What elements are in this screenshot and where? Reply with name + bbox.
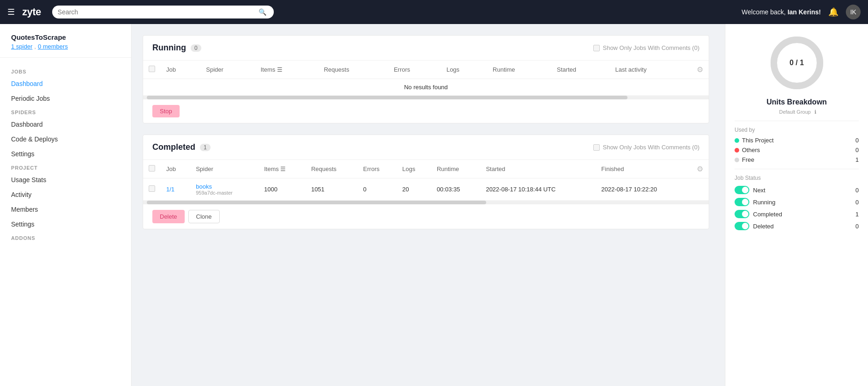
running-col-errors: Errors: [388, 61, 441, 79]
running-col-last-activity: Last activity: [610, 61, 691, 79]
clone-button[interactable]: Clone: [188, 210, 220, 223]
search-icon: 🔍: [259, 8, 266, 16]
completed-comments-toggle[interactable]: Show Only Jobs With Comments (0): [593, 144, 699, 151]
completed-header: Completed 1 Show Only Jobs With Comments…: [143, 135, 709, 160]
sidebar: QuotesToScrape 1 spider , 0 members JOBS…: [0, 24, 132, 386]
layout: QuotesToScrape 1 spider , 0 members JOBS…: [0, 0, 868, 386]
used-by-label-this-project: This Project: [735, 137, 774, 144]
comments-checkbox[interactable]: [593, 45, 600, 51]
running-col-job: Job: [161, 61, 200, 79]
used-by-this-project: This Project 0: [735, 137, 859, 144]
running-comments-label: Show Only Jobs With Comments (0): [603, 44, 699, 51]
used-by-free: Free 1: [735, 156, 859, 163]
running-header: Running 0 Show Only Jobs With Comments (…: [143, 36, 709, 61]
running-title: Running: [152, 43, 186, 53]
completed-title: Completed: [152, 142, 195, 152]
completed-settings-icon[interactable]: ⚙: [697, 165, 703, 173]
running-col-logs: Logs: [441, 61, 487, 79]
spider-link[interactable]: 1 spider: [11, 43, 32, 50]
running-comments-toggle[interactable]: Show Only Jobs With Comments (0): [593, 44, 699, 51]
running-col-requests: Requests: [318, 61, 388, 79]
dot-others: [735, 148, 739, 153]
completed-col-started: Started: [480, 160, 596, 178]
toggle-completed[interactable]: [735, 210, 749, 218]
sidebar-item-activity[interactable]: Activity: [0, 187, 131, 202]
sidebar-item-settings-spiders[interactable]: Settings: [0, 147, 131, 161]
members-link[interactable]: 0 members: [38, 43, 68, 50]
avatar[interactable]: IK: [846, 5, 861, 19]
job-link[interactable]: 1/1: [166, 186, 175, 193]
job-status-label-deleted: Deleted: [735, 222, 774, 230]
sidebar-item-usage-stats[interactable]: Usage Stats: [0, 172, 131, 187]
completed-col-runtime: Runtime: [431, 160, 481, 178]
units-title: Units Breakdown: [735, 98, 859, 106]
dot-free: [735, 158, 739, 162]
running-col-items: Items ☰: [255, 61, 318, 79]
running-select-all[interactable]: [149, 66, 155, 72]
toggle-running[interactable]: [735, 198, 749, 206]
completed-col-errors: Errors: [358, 160, 397, 178]
toggle-deleted[interactable]: [735, 222, 749, 230]
completed-scrollbar-track[interactable]: [143, 201, 709, 204]
deleted-label: Deleted: [753, 223, 774, 230]
spider-sub: 959a7dc-master: [196, 190, 253, 196]
running-col-started: Started: [551, 61, 610, 79]
job-status-divider: [735, 169, 859, 169]
dot-this-project: [735, 138, 739, 143]
completed-col-logs: Logs: [397, 160, 431, 178]
completed-count: 1: [200, 144, 211, 151]
row-checkbox[interactable]: [149, 185, 155, 192]
runtime-value: 00:03:35: [431, 178, 481, 201]
running-scrollbar-thumb[interactable]: [147, 96, 627, 99]
job-status-deleted: Deleted 0: [735, 222, 859, 230]
completed-scrollbar-thumb[interactable]: [147, 201, 486, 204]
sidebar-section-addons-label: ADDONS: [0, 232, 131, 243]
used-by-title: Used by: [735, 127, 859, 133]
completed-col-finished: Finished: [596, 160, 691, 178]
spider-name: books: [196, 183, 253, 190]
completed-select-all[interactable]: [149, 165, 155, 172]
completed-comments-label: Show Only Jobs With Comments (0): [603, 144, 699, 151]
running-settings-icon[interactable]: ⚙: [697, 66, 703, 74]
link-separator: ,: [34, 43, 36, 50]
sidebar-item-code-deploys[interactable]: Code & Deploys: [0, 132, 131, 147]
table-row: 1/1 books 959a7dc-master 1000 1051 0 20 …: [143, 178, 709, 201]
requests-value: 1051: [306, 178, 358, 201]
search-bar[interactable]: 🔍: [52, 6, 274, 18]
menu-icon[interactable]: ☰: [7, 7, 15, 17]
next-label: Next: [753, 187, 766, 194]
toggle-next[interactable]: [735, 186, 749, 194]
running-col-runtime: Runtime: [487, 61, 551, 79]
completed-table-wrapper: Job Spider Items ☰ Requests Errors Logs …: [143, 160, 709, 201]
stop-button[interactable]: Stop: [152, 105, 180, 117]
default-group-link[interactable]: Default Group ℹ: [735, 108, 859, 115]
completed-section: Completed 1 Show Only Jobs With Comments…: [143, 135, 709, 229]
completed-col-requests: Requests: [306, 160, 358, 178]
donut-wrapper: 0 / 1: [735, 35, 859, 91]
running-count-right: 0: [856, 199, 859, 206]
job-status-label-next: Next: [735, 186, 766, 194]
search-input[interactable]: [58, 8, 255, 16]
items-value: 1000: [259, 178, 306, 201]
job-status-label-running: Running: [735, 198, 775, 206]
topnav: ☰ zyte 🔍 Welcome back, Ian Kerins! 🔔 IK: [0, 0, 868, 24]
free-count: 1: [856, 156, 859, 163]
running-scrollbar-track[interactable]: [143, 96, 709, 99]
notification-bell-icon[interactable]: 🔔: [828, 7, 838, 17]
completed-col-job: Job: [161, 160, 190, 178]
completed-comments-checkbox[interactable]: [593, 144, 600, 151]
delete-button[interactable]: Delete: [152, 210, 185, 223]
completed-count-right: 1: [856, 211, 859, 218]
donut-label: 0 / 1: [790, 59, 804, 67]
sidebar-item-settings-project[interactable]: Settings: [0, 217, 131, 232]
sidebar-item-periodic-jobs[interactable]: Periodic Jobs: [0, 91, 131, 106]
used-by-label-free: Free: [735, 156, 754, 163]
sidebar-section-project-label: PROJECT: [0, 161, 131, 172]
completed-actions: Delete Clone: [143, 204, 709, 229]
project-links: 1 spider , 0 members: [11, 43, 120, 50]
sidebar-item-members[interactable]: Members: [0, 202, 131, 217]
finished-value: 2022-08-17 10:22:20: [596, 178, 691, 201]
errors-value: 0: [358, 178, 397, 201]
sidebar-item-dashboard-spiders[interactable]: Dashboard: [0, 117, 131, 132]
sidebar-item-dashboard-jobs[interactable]: Dashboard: [0, 76, 131, 91]
